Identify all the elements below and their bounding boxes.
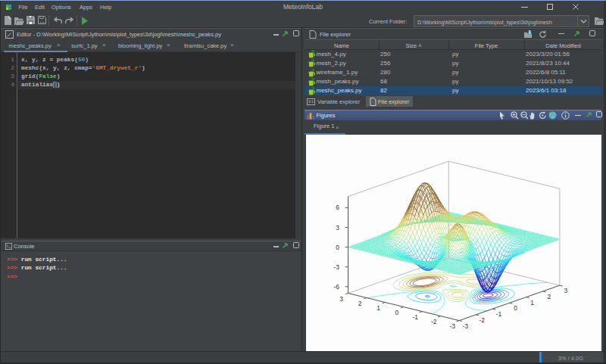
svg-text:6: 6 (336, 204, 339, 211)
svg-text:-2: -2 (431, 318, 437, 325)
svg-text:-1: -1 (496, 310, 502, 318)
svg-text:-3: -3 (449, 322, 455, 330)
svg-text:1: 1 (530, 299, 534, 306)
svg-text:3: 3 (339, 295, 343, 303)
svg-text:1: 1 (376, 304, 380, 312)
svg-text:0: 0 (395, 309, 399, 316)
svg-text:3: 3 (564, 287, 568, 294)
svg-text:-2: -2 (479, 316, 486, 324)
svg-text:2: 2 (358, 300, 362, 307)
svg-text:3: 3 (336, 224, 339, 232)
svg-text:-6: -6 (334, 283, 340, 291)
svg-text:-3: -3 (334, 263, 340, 271)
svg-text:2: 2 (547, 293, 551, 300)
svg-text:0: 0 (514, 304, 517, 312)
svg-text:-1: -1 (413, 313, 419, 321)
svg-text:-3: -3 (462, 322, 468, 330)
svg-text:0: 0 (336, 244, 339, 251)
